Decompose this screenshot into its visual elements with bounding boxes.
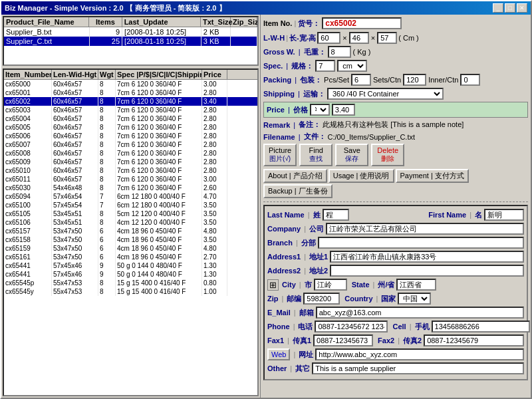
grid-cell-wgt: 8 <box>98 80 116 88</box>
tab-backup[interactable]: Backup | 厂生备份 <box>263 184 332 198</box>
addr2-input[interactable] <box>330 265 524 277</box>
fax1-input[interactable] <box>313 334 373 346</box>
first-name-input[interactable] <box>484 209 524 221</box>
grid-cell-wgt: 8 <box>98 149 116 158</box>
grid-cell-price: 3.50 <box>202 235 227 244</box>
file-row[interactable]: Supplier_B.txt 9 [2008-01-18 10:25] 2 KB <box>4 27 257 37</box>
grid-row[interactable]: cx65030 54x46x48 8 7cm 6 120 0 360/40 F … <box>4 184 257 192</box>
price-input[interactable] <box>332 104 355 116</box>
cell-input[interactable] <box>432 321 530 332</box>
grid-cell-num: cx65011 <box>4 175 52 184</box>
company-cn: 公司 <box>309 224 324 234</box>
branch-row: Branch | 分部 <box>267 237 524 249</box>
grid-row[interactable]: cx65441 57x45x46 9 50 g 0 144 0 480/40 F… <box>4 261 257 270</box>
grid-cell-wgt: 9 <box>98 261 116 270</box>
item-no-input[interactable] <box>322 17 402 29</box>
last-name-input[interactable] <box>323 209 349 221</box>
grid-row[interactable]: cx65161 53x47x50 6 4cm 18 96 0 450/40 F … <box>4 253 257 261</box>
spec-unit-select[interactable]: cm g oz inch <box>337 60 367 72</box>
tab-usage[interactable]: Usage | 使用说明 <box>329 169 394 183</box>
zip-input[interactable] <box>303 293 340 305</box>
item-grid[interactable]: Item_Number| Len-Wid-Hgt | Wgt | Spec |P… <box>3 68 259 396</box>
grid-cell-num: cx65010 <box>4 166 52 175</box>
pcs-input[interactable] <box>351 74 371 86</box>
save-button[interactable]: Save 保存 <box>335 144 368 166</box>
tab-payment[interactable]: Payment | 支付方式 <box>396 169 469 183</box>
grid-cell-price: 0.80 <box>202 279 227 287</box>
addr1-input[interactable] <box>330 251 524 263</box>
col-price: Price <box>202 70 227 79</box>
grid-row[interactable]: cx65001 60x46x57 8 7cm 6 120 0 360/40 F … <box>4 88 257 97</box>
picture-button[interactable]: Picture 图片(√) <box>263 144 297 166</box>
web-input[interactable] <box>315 348 524 360</box>
grid-row[interactable]: cx65009 60x46x57 8 7cm 6 120 0 360/40 F … <box>4 158 257 166</box>
grid-row[interactable]: cx65003 60x46x57 8 7cm 6 120 0 360/40 F … <box>4 106 257 114</box>
shipping-select[interactable]: 360 /40 Ft Container 400 /40 Ft Containe… <box>327 88 444 100</box>
grid-row[interactable]: cx65007 60x46x57 8 7cm 6 120 0 360/40 F … <box>4 140 257 149</box>
web-button[interactable]: Web <box>267 348 290 360</box>
grid-row[interactable]: cx65002 60x46x57 8 7cm 6 120 0 360/40 F … <box>4 97 257 106</box>
phone-input[interactable] <box>315 321 388 332</box>
tab-about[interactable]: About | 产品介绍 <box>263 169 327 183</box>
grid-row[interactable]: cx65094 57x46x54 7 6cm 12 180 0 400/40 F… <box>4 192 257 201</box>
inner-input[interactable] <box>460 74 480 86</box>
grid-row[interactable]: cx65106 53x45x51 8 4cm 12 120 0 400/40 F… <box>4 218 257 227</box>
lwh-cn: 长-宽-高 <box>289 33 316 43</box>
grid-row[interactable]: cx65441 57x45x46 9 50 g 0 144 0 480/40 F… <box>4 270 257 279</box>
grid-cell-num: cx65545y <box>4 287 52 296</box>
other-input[interactable] <box>312 362 524 374</box>
sets-input[interactable] <box>403 74 426 86</box>
grid-row[interactable]: cx65004 60x46x57 8 7cm 6 120 0 360/40 F … <box>4 114 257 123</box>
grid-row[interactable]: cx65158 53x47x50 6 4cm 18 96 0 450/40 F … <box>4 235 257 244</box>
company-input[interactable] <box>326 223 524 235</box>
grid-row[interactable]: cx65157 53x47x50 6 4cm 18 96 0 450/40 F … <box>4 227 257 235</box>
spec-input[interactable] <box>315 60 335 72</box>
close-button[interactable]: ✕ <box>517 3 527 13</box>
grid-cell-price: 3.50 <box>202 218 227 227</box>
grid-row[interactable]: cx65545y 55x47x53 8 15 g 15 400 0 416/40… <box>4 287 257 296</box>
height-input[interactable] <box>377 32 397 44</box>
grid-row[interactable]: cx65010 60x46x57 8 7cm 6 120 0 360/40 F … <box>4 166 257 175</box>
grid-row[interactable]: cx65005 60x46x57 8 7cm 6 120 0 360/40 F … <box>4 123 257 132</box>
grid-cell-spec: 7cm 6 120 0 360/40 F <box>116 158 202 166</box>
price-currency-select[interactable]: ¥ $ <box>310 104 330 116</box>
grid-row[interactable]: cx65000 60x46x57 8 7cm 6 120 0 360/40 F … <box>4 80 257 88</box>
width-input[interactable] <box>349 32 369 44</box>
grid-cell-lwh: 53x45x51 <box>52 218 98 227</box>
file-row[interactable]: Supplier_C.txt 25 [2008-01-18 10:25] 3 K… <box>4 37 257 46</box>
grid-row[interactable]: cx65545p 55x47x53 8 15 g 15 400 0 416/40… <box>4 279 257 287</box>
expand-icon[interactable]: ⊞ <box>267 279 279 291</box>
city-input[interactable] <box>314 279 347 291</box>
maximize-button[interactable]: □ <box>505 3 515 13</box>
grid-cell-wgt: 8 <box>98 88 116 97</box>
grid-row[interactable]: cx65159 53x47x50 6 4cm 18 96 0 450/40 F … <box>4 244 257 253</box>
col-txt: Txt_Size <box>201 17 231 27</box>
grid-cell-price: 4.80 <box>202 244 227 253</box>
grid-row[interactable]: cx65011 60x46x57 8 7cm 6 120 0 360/40 F … <box>4 175 257 184</box>
fax2-input[interactable] <box>424 334 524 346</box>
shipping-cn: 运输： <box>303 89 325 99</box>
find-button[interactable]: Find 查找 <box>299 144 332 166</box>
delete-button[interactable]: Delete 删除 <box>371 144 404 166</box>
other-label: Other <box>267 364 287 372</box>
tab-row: About | 产品介绍 Usage | 使用说明 Payment | 支付方式… <box>263 169 528 198</box>
country-select[interactable]: 中国 <box>398 293 431 305</box>
col-item-number: Item_Number| <box>4 70 52 79</box>
grid-row[interactable]: cx65105 53x45x51 8 5cm 12 120 0 400/40 F… <box>4 209 257 218</box>
minimize-button[interactable]: _ <box>493 3 503 13</box>
grid-row[interactable]: cx65006 60x46x57 8 7cm 6 120 0 360/40 F … <box>4 132 257 140</box>
file-list[interactable]: Product_File_Name Items Last_Update Txt_… <box>3 16 259 66</box>
grid-cell-wgt: 6 <box>98 253 116 261</box>
gross-input[interactable] <box>328 46 351 58</box>
item-no-sep: | <box>294 19 296 27</box>
email-input[interactable] <box>316 307 524 319</box>
branch-input[interactable] <box>318 237 524 249</box>
grid-cell-lwh: 60x46x57 <box>52 123 98 132</box>
grid-row[interactable]: cx65100 57x45x54 7 6cm 12 180 0 400/40 F… <box>4 201 257 209</box>
state-input[interactable] <box>396 279 436 291</box>
grid-cell-lwh: 60x46x57 <box>52 97 98 106</box>
grid-cell-spec: 7cm 6 120 0 360/40 F <box>116 149 202 158</box>
length-input[interactable] <box>317 32 340 44</box>
grid-cell-spec: 7cm 6 120 0 360/40 F <box>116 97 202 106</box>
grid-row[interactable]: cx65008 60x46x57 8 7cm 6 120 0 360/40 F … <box>4 149 257 158</box>
